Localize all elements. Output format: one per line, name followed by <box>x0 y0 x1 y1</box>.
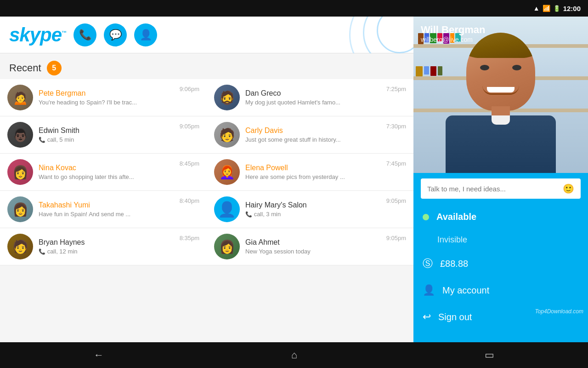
conv-info: Gia Ahmet New Yoga session today <box>245 238 381 255</box>
profile-photo-area: Will Bergman willberg@live.com <box>413 17 588 173</box>
recent-label: Recent <box>9 62 41 74</box>
list-item[interactable]: 👩 Takahashi Yumi Have fun in Spain! And … <box>0 191 207 228</box>
conv-info: Bryan Haynes 📞 call, 12 min <box>39 238 174 255</box>
chat-icon: 💬 <box>109 29 122 41</box>
contact-name: Carly Davis <box>245 126 381 135</box>
conv-time: 7:45pm <box>386 160 406 167</box>
call-icon: 📞 <box>245 211 252 218</box>
recent-apps-icon: ▭ <box>485 349 494 361</box>
call-icon: 📞 <box>39 248 45 255</box>
contact-name: Edwin Smith <box>39 126 174 135</box>
avatar: 🧑 <box>7 234 33 259</box>
conv-info: Hairy Mary's Salon 📞 call, 3 min <box>245 201 381 218</box>
sign-out-icon: ↩ <box>423 311 431 323</box>
call-icon: 📞 <box>39 137 45 143</box>
conv-time: 8:40pm <box>180 197 199 204</box>
battery-icon: 🔋 <box>553 5 560 12</box>
emoji-icon[interactable]: 🙂 <box>563 183 574 194</box>
message-preview: Have fun in Spain! And send me ... <box>39 211 174 218</box>
back-icon: ← <box>94 349 104 361</box>
conversations-list: 🙍 Pete Bergman You're heading to Spain? … <box>0 79 413 265</box>
add-contact-button[interactable]: 👤 <box>134 23 157 46</box>
conv-info: Edwin Smith 📞 call, 5 min <box>39 126 174 143</box>
avatar: 👩‍🦰 <box>214 159 240 185</box>
profile-name: Will Bergman <box>421 24 485 36</box>
status-bar: ▲ 📶 🔋 12:00 <box>0 0 588 17</box>
navigation-bar: ← ⌂ ▭ <box>0 342 588 368</box>
message-preview: Here are some pics from yesterday ... <box>245 173 381 180</box>
profile-info: Will Bergman willberg@live.com <box>421 24 485 43</box>
recent-badge: 5 <box>47 61 62 75</box>
list-item[interactable]: 👩‍🦰 Elena Powell Here are some pics from… <box>207 154 413 191</box>
conv-time: 7:30pm <box>386 123 406 130</box>
avatar: 🧔 <box>214 85 240 110</box>
conv-time: 9:05pm <box>180 123 199 130</box>
back-button[interactable]: ← <box>94 349 104 361</box>
chat-button[interactable]: 💬 <box>104 23 127 46</box>
list-item[interactable]: 👩 Gia Ahmet New Yoga session today 9:05p… <box>207 228 413 265</box>
skype-logo: skype™ <box>9 24 66 46</box>
message-preview: Want to go shopping later this afte... <box>39 173 174 180</box>
list-item[interactable]: 🧑 Bryan Haynes 📞 call, 12 min 8:35pm <box>0 228 207 265</box>
recent-apps-button[interactable]: ▭ <box>485 349 494 361</box>
contact-name: Gia Ahmet <box>245 238 381 247</box>
status-icons: ▲ 📶 🔋 12:00 <box>533 5 581 12</box>
signal-icon: 📶 <box>543 5 550 12</box>
conv-info: Pete Bergman You're heading to Spain? I'… <box>39 89 174 106</box>
sign-out-label: Sign out <box>438 312 472 322</box>
conv-time: 9:05pm <box>386 197 406 204</box>
sign-out-item[interactable]: ↩ Sign out <box>413 304 588 330</box>
status-input-area: 🙂 <box>413 173 588 204</box>
list-item[interactable]: 👨🏿 Edwin Smith 📞 call, 5 min 9:05pm <box>0 116 207 154</box>
add-person-icon: 👤 <box>140 29 152 41</box>
conv-info: Elena Powell Here are some pics from yes… <box>245 164 381 180</box>
message-preview: 📞 call, 12 min <box>39 248 174 255</box>
conv-time: 7:25pm <box>386 86 406 92</box>
list-item[interactable]: 🧔 Dan Greco My dog just quoted Hamlet's … <box>207 79 413 116</box>
conv-time: 9:06pm <box>180 86 199 92</box>
list-item[interactable]: 👤 Hairy Mary's Salon 📞 call, 3 min 9:05p… <box>207 191 413 228</box>
available-dot <box>423 214 429 220</box>
clock: 12:00 <box>563 5 581 12</box>
list-item[interactable]: 🧑 Carly Davis Just got some great stuff … <box>207 116 413 154</box>
contact-name: Nina Kovac <box>39 164 174 172</box>
avatar: 👩 <box>7 159 33 185</box>
list-item[interactable]: 🙍 Pete Bergman You're heading to Spain? … <box>0 79 207 116</box>
recent-section: Recent 5 <box>0 53 413 79</box>
watermark: Top4Download.com <box>535 308 583 315</box>
my-account-item[interactable]: 👤 My account <box>413 277 588 304</box>
wifi-icon: ▲ <box>533 5 540 12</box>
profile-email: willberg@live.com <box>421 36 485 43</box>
message-preview: New Yoga session today <box>245 248 381 255</box>
contact-name: Dan Greco <box>245 89 381 98</box>
phone-icon: 📞 <box>79 29 91 41</box>
conv-time: 8:45pm <box>180 160 199 167</box>
avatar: 🧑 <box>214 122 240 148</box>
credit-icon: Ⓢ <box>423 257 433 270</box>
message-preview: You're heading to Spain? I'll be trac... <box>39 99 174 106</box>
conv-time: 8:35pm <box>180 235 199 242</box>
status-input[interactable] <box>427 185 559 193</box>
profile-panel: Will Bergman willberg@live.com 🙂 Availab… <box>413 17 588 342</box>
main-content: skype™ 📞 💬 👤 Recent 5 🙍 Pete Be <box>0 17 413 342</box>
avatar: 👩 <box>7 196 33 222</box>
contact-name: Elena Powell <box>245 164 381 172</box>
avatar: 👤 <box>214 196 240 222</box>
credit-item[interactable]: Ⓢ £88.88 <box>413 250 588 277</box>
invisible-label: Invisible <box>437 235 467 244</box>
my-account-label: My account <box>442 285 489 296</box>
trademark: ™ <box>62 30 66 35</box>
call-button[interactable]: 📞 <box>74 23 96 46</box>
list-item[interactable]: 👩 Nina Kovac Want to go shopping later t… <box>0 154 207 191</box>
status-input-wrapper[interactable]: 🙂 <box>421 178 581 199</box>
message-preview: 📞 call, 3 min <box>245 211 381 218</box>
account-icon: 👤 <box>423 284 435 296</box>
status-invisible-item[interactable]: Invisible <box>413 230 588 250</box>
contact-name: Bryan Haynes <box>39 238 174 247</box>
conv-info: Carly Davis Just got some great stuff in… <box>245 126 381 143</box>
status-available-item[interactable]: Available <box>413 204 588 230</box>
available-label: Available <box>436 212 476 222</box>
contact-name: Takahashi Yumi <box>39 201 174 209</box>
conv-info: Nina Kovac Want to go shopping later thi… <box>39 164 174 180</box>
home-button[interactable]: ⌂ <box>291 349 297 361</box>
